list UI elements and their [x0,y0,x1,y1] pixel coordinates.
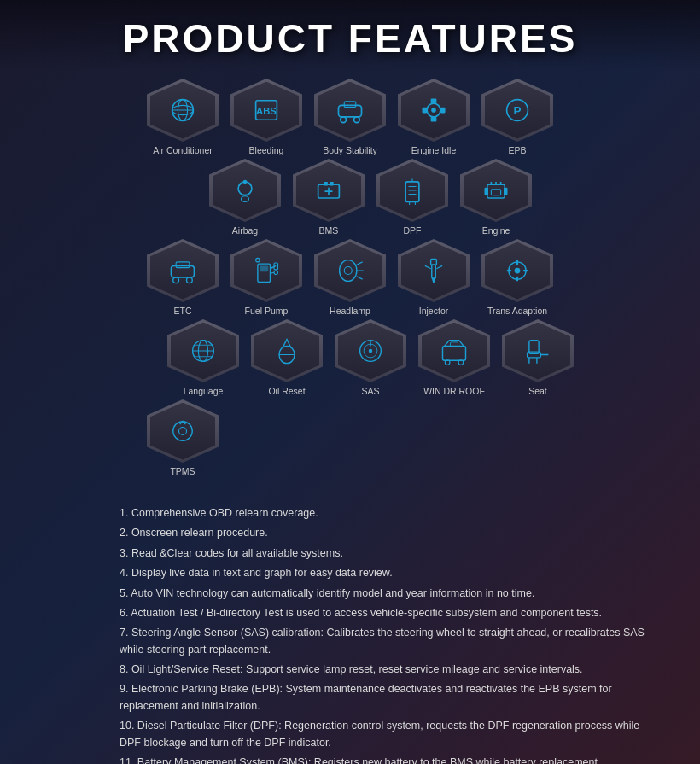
fuel-pump-icon [251,255,282,286]
hex-item-epb[interactable]: P EPB [479,79,556,166]
hex-item-headlamp[interactable]: Headlamp [312,239,388,326]
feature-item: 10. Diesel Particulate Filter (DPF): Reg… [120,718,649,751]
svg-point-51 [274,271,278,275]
svg-line-56 [357,262,363,265]
hex-label-seat: Seat [528,386,547,406]
svg-line-62 [425,265,431,268]
svg-text:ABS: ABS [256,106,277,116]
feature-item: 9. Electronic Parking Brake (EPB): Syste… [120,681,649,714]
injector-icon [418,255,449,286]
svg-line-58 [357,277,363,279]
svg-point-53 [256,258,260,262]
svg-point-15 [431,108,436,113]
hex-label-oil-reset: Oil Reset [268,386,305,406]
svg-point-55 [344,267,352,275]
svg-rect-48 [260,265,268,271]
etc-icon [167,255,198,286]
svg-point-7 [341,117,347,123]
hex-item-airbag[interactable]: Airbag [207,159,283,246]
svg-rect-42 [491,190,500,195]
hex-item-etc[interactable]: ETC [144,239,221,326]
svg-rect-29 [405,182,419,202]
svg-rect-26 [330,182,334,186]
hex-grid: Air Conditioner ABS Bleeding [0,70,700,487]
hex-label-air-conditioner: Air Conditioner [153,145,212,166]
hex-row-2: Airbag BMS [58,159,683,246]
svg-rect-59 [431,260,437,265]
tpms-icon [167,416,198,446]
epb-icon: P [502,95,533,125]
svg-point-54 [340,260,357,282]
feature-item: 8. Oil Light/Service Reset: Support serv… [120,662,649,678]
bms-icon [313,175,344,206]
svg-point-45 [187,277,193,283]
svg-line-49 [271,265,277,268]
hex-item-engine[interactable]: Engine [458,159,534,246]
svg-point-91 [179,428,187,435]
hex-item-tpms[interactable]: TPMS [144,399,221,487]
features-section: 1. Comprehensive OBD relearn coverage.2.… [0,488,700,764]
svg-rect-69 [523,270,528,271]
hex-item-injector[interactable]: Injector [395,239,472,326]
svg-line-63 [436,265,442,268]
feature-item: 3. Read &Clear codes for all available s… [120,545,649,562]
svg-rect-14 [440,108,446,114]
svg-point-8 [354,117,360,123]
engine-idle-icon [418,95,449,125]
features-list: 1. Comprehensive OBD relearn coverage.2.… [120,505,649,764]
hex-item-bleeding[interactable]: ABS Bleeding [228,79,305,166]
svg-rect-13 [423,108,428,114]
svg-rect-11 [431,99,437,104]
svg-text:P: P [513,104,521,117]
hex-item-trans-adaption[interactable]: Trans Adaption [479,239,556,326]
svg-point-44 [173,277,179,283]
feature-item: 4. Display live data in text and graph f… [120,565,649,581]
svg-marker-61 [432,278,436,283]
hex-item-bms[interactable]: BMS [290,159,367,246]
svg-rect-60 [432,265,436,278]
svg-rect-25 [324,182,328,186]
svg-rect-46 [176,262,190,268]
hex-item-dpf[interactable]: DPF [374,159,451,246]
svg-rect-9 [344,102,356,108]
page-title: PRODUCT FEATURES [0,15,700,61]
svg-rect-12 [431,117,437,122]
feature-item: 11. Battery Management System (BMS): Reg… [120,755,649,764]
hex-item-air-conditioner[interactable]: Air Conditioner [144,79,221,166]
svg-point-90 [173,422,193,441]
engine-icon [481,175,511,206]
dpf-icon [397,175,428,206]
hex-label-win-dr-roof: WIN DR ROOF [423,386,485,406]
svg-rect-68 [507,270,512,271]
headlamp-icon [335,255,365,286]
hex-item-win-dr-roof[interactable]: WIN DR ROOF [416,319,493,406]
bleeding-icon: ABS [251,95,282,125]
hex-item-fuel-pump[interactable]: Fuel Pump [228,239,305,326]
hex-item-engine-idle[interactable]: Engine Idle [395,79,472,166]
hex-item-oil-reset[interactable]: Oil Reset [248,319,325,406]
win-dr-roof-icon [439,335,470,366]
svg-point-18 [238,182,252,195]
trans-adaption-icon [502,255,533,286]
svg-rect-81 [443,346,466,360]
hex-item-body-stability[interactable]: Body Stability [312,79,388,166]
svg-point-78 [369,349,373,353]
svg-rect-66 [516,260,518,265]
feature-item: 1. Comprehensive OBD relearn coverage. [120,505,649,522]
hex-item-seat[interactable]: Seat [499,319,576,406]
hex-item-language[interactable]: Language [165,319,242,406]
hex-label-sas: SAS [361,386,379,406]
airbag-icon [230,175,260,206]
page-wrapper: PRODUCT FEATURES Air Conditioner [0,0,700,764]
svg-rect-38 [504,188,508,195]
hex-item-sas[interactable]: SAS [332,319,409,406]
hex-row-3: ETC [17,239,683,326]
feature-item: 7. Steering Angle Sensor (SAS) calibrati… [120,625,649,658]
seat-icon [522,335,553,366]
language-icon [188,335,219,366]
feature-item: 5. Auto VIN technology can automatically… [120,586,649,602]
page-header: PRODUCT FEATURES [0,0,700,70]
hex-label-tpms: TPMS [170,466,195,487]
hex-row-5: TPMS [17,399,683,487]
svg-rect-67 [516,277,518,282]
